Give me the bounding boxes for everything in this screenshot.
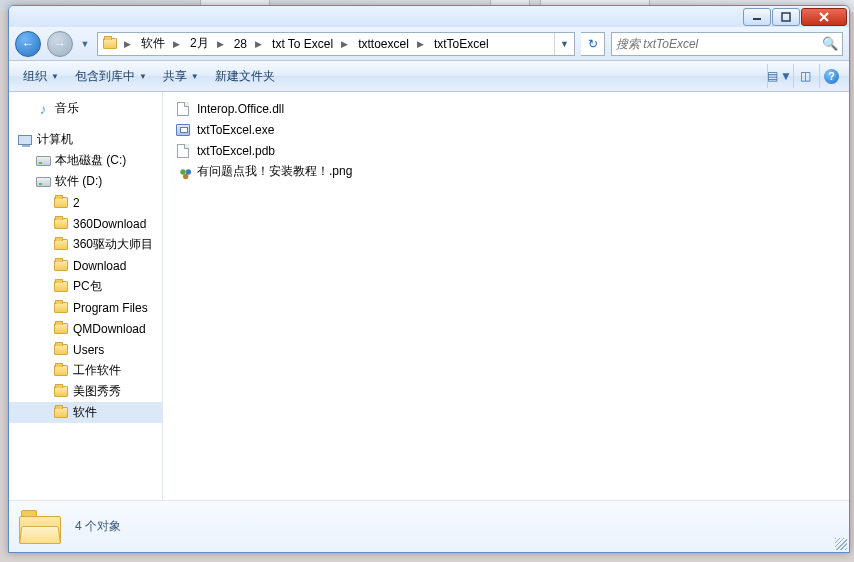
titlebar[interactable]: [9, 6, 849, 27]
chevron-down-icon: ▼: [139, 72, 147, 81]
sidebar-item-folder[interactable]: 工作软件: [9, 360, 162, 381]
share-menu[interactable]: 共享▼: [155, 64, 207, 88]
sidebar-item-computer[interactable]: 计算机: [9, 129, 162, 150]
sidebar-item-folder[interactable]: Download: [9, 255, 162, 276]
sidebar-item-folder[interactable]: 360驱动大师目: [9, 234, 162, 255]
sidebar-label: QMDownload: [73, 322, 146, 336]
explorer-window: ← → ▼ ▶ 软件▶ 2月▶ 28▶ txt To Excel▶ txttoe…: [8, 5, 850, 553]
crumb-sep-icon[interactable]: ▶: [122, 39, 133, 49]
crumb-sep-icon[interactable]: ▶: [415, 39, 426, 49]
path-trail: ▼: [554, 33, 574, 55]
file-type-icon: [175, 143, 191, 159]
sidebar-item-folder[interactable]: Program Files: [9, 297, 162, 318]
minimize-icon: [752, 12, 762, 22]
crumb-sep-icon[interactable]: ▶: [215, 39, 226, 49]
folder-icon: [53, 258, 69, 274]
file-name: 有问题点我！安装教程！.png: [197, 163, 352, 180]
history-dropdown[interactable]: ▼: [79, 34, 91, 54]
view-icon: ▤: [767, 69, 778, 83]
chevron-down-icon: ▼: [780, 69, 792, 83]
crumb-sep-icon[interactable]: ▶: [171, 39, 182, 49]
sidebar-label: 音乐: [55, 100, 79, 117]
back-button[interactable]: ←: [15, 31, 41, 57]
location-folder-icon: [100, 34, 120, 54]
refresh-button[interactable]: ↻: [581, 32, 605, 56]
sidebar-item-folder[interactable]: 美图秀秀: [9, 381, 162, 402]
crumb-4[interactable]: txttoexcel: [350, 33, 415, 55]
newfolder-label: 新建文件夹: [215, 68, 275, 85]
file-row[interactable]: txtToExcel.exe: [165, 119, 847, 140]
path-history-dropdown[interactable]: ▼: [554, 33, 574, 55]
minimize-button[interactable]: [743, 8, 771, 26]
crumb-3[interactable]: txt To Excel: [264, 33, 339, 55]
status-item-count: 4 个对象: [75, 518, 121, 535]
file-type-icon: [175, 122, 191, 138]
file-row[interactable]: txtToExcel.pdb: [165, 140, 847, 161]
folder-icon: [53, 342, 69, 358]
maximize-button[interactable]: [772, 8, 800, 26]
preview-pane-button[interactable]: ◫: [793, 64, 817, 88]
navigation-sidebar[interactable]: ♪音乐 计算机 本地磁盘 (C:) 软件 (D:) 2360Download36…: [9, 92, 163, 500]
close-button[interactable]: [801, 8, 847, 26]
folder-icon: [53, 216, 69, 232]
crumb-5[interactable]: txtToExcel: [426, 33, 495, 55]
crumb-sep-icon[interactable]: ▶: [253, 39, 264, 49]
breadcrumb-bar[interactable]: ▶ 软件▶ 2月▶ 28▶ txt To Excel▶ txttoexcel▶ …: [97, 32, 575, 56]
search-icon[interactable]: 🔍: [822, 36, 838, 51]
search-input[interactable]: [616, 37, 816, 51]
preview-pane-icon: ◫: [800, 69, 811, 83]
organize-menu[interactable]: 组织▼: [15, 64, 67, 88]
sidebar-item-folder[interactable]: PC包: [9, 276, 162, 297]
crumb-sep-icon[interactable]: ▶: [339, 39, 350, 49]
file-name: Interop.Office.dll: [197, 102, 284, 116]
new-folder-button[interactable]: 新建文件夹: [207, 64, 283, 88]
file-list-pane[interactable]: Interop.Office.dlltxtToExcel.exetxtToExc…: [163, 92, 849, 500]
forward-arrow-icon: →: [54, 37, 66, 51]
crumb-0[interactable]: 软件: [133, 33, 171, 55]
file-row[interactable]: 有问题点我！安装教程！.png: [165, 161, 847, 182]
search-box[interactable]: 🔍: [611, 32, 843, 56]
include-in-library-menu[interactable]: 包含到库中▼: [67, 64, 155, 88]
file-name: txtToExcel.pdb: [197, 144, 275, 158]
sidebar-item-drive-d[interactable]: 软件 (D:): [9, 171, 162, 192]
crumb-2[interactable]: 28: [226, 33, 253, 55]
refresh-icon: ↻: [588, 37, 598, 51]
sidebar-label: 软件: [73, 404, 97, 421]
file-type-icon: [175, 164, 191, 180]
sidebar-item-folder[interactable]: 360Download: [9, 213, 162, 234]
crumb-1[interactable]: 2月: [182, 33, 215, 55]
view-options-button[interactable]: ▤▼: [767, 64, 791, 88]
folder-icon: [53, 279, 69, 295]
toolbar: 组织▼ 包含到库中▼ 共享▼ 新建文件夹 ▤▼ ◫ ?: [9, 61, 849, 92]
chevron-down-icon: ▼: [51, 72, 59, 81]
sidebar-item-folder[interactable]: 2: [9, 192, 162, 213]
help-button[interactable]: ?: [819, 64, 843, 88]
folder-icon: [53, 321, 69, 337]
body: ♪音乐 计算机 本地磁盘 (C:) 软件 (D:) 2360Download36…: [9, 92, 849, 500]
file-type-icon: [175, 101, 191, 117]
sidebar-item-folder[interactable]: QMDownload: [9, 318, 162, 339]
music-icon: ♪: [35, 101, 51, 117]
chevron-down-icon: ▼: [191, 72, 199, 81]
sidebar-splitter[interactable]: [159, 92, 163, 500]
sidebar-item-drive-c[interactable]: 本地磁盘 (C:): [9, 150, 162, 171]
folder-icon: [53, 195, 69, 211]
status-bar: 4 个对象: [9, 500, 849, 552]
sidebar-item-folder[interactable]: 软件: [9, 402, 162, 423]
sidebar-item-folder[interactable]: Users: [9, 339, 162, 360]
include-label: 包含到库中: [75, 68, 135, 85]
sidebar-label: 本地磁盘 (C:): [55, 152, 126, 169]
sidebar-label: Download: [73, 259, 126, 273]
sidebar-item-music[interactable]: ♪音乐: [9, 98, 162, 119]
sidebar-label: 计算机: [37, 131, 73, 148]
resize-grip[interactable]: [835, 538, 847, 550]
computer-icon: [17, 132, 33, 148]
file-name: txtToExcel.exe: [197, 123, 274, 137]
drive-icon: [35, 174, 51, 190]
forward-button[interactable]: →: [47, 31, 73, 57]
file-row[interactable]: Interop.Office.dll: [165, 98, 847, 119]
share-label: 共享: [163, 68, 187, 85]
maximize-icon: [781, 12, 791, 22]
organize-label: 组织: [23, 68, 47, 85]
folder-icon: [53, 363, 69, 379]
